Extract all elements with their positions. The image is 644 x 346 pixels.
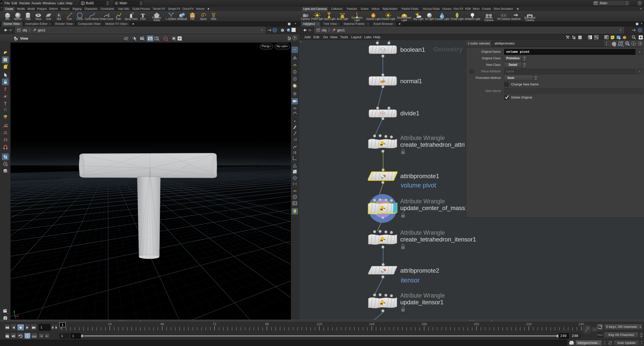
svg-text:120: 120: [317, 323, 322, 326]
svg-text:216: 216: [526, 323, 532, 326]
svg-text:attribpromote1: attribpromote1: [400, 173, 439, 179]
svg-text:create_tetrahedron_attri: create_tetrahedron_attri: [400, 141, 465, 148]
svg-text:Attribute Wrangle: Attribute Wrangle: [400, 229, 445, 236]
svg-text:boolean1: boolean1: [400, 46, 425, 53]
svg-text:divide1: divide1: [400, 110, 419, 117]
svg-text:Attribute Wrangle: Attribute Wrangle: [400, 198, 445, 205]
svg-text:Attribute Wrangle: Attribute Wrangle: [400, 135, 445, 141]
svg-text:.12: .12: [293, 138, 297, 141]
svg-text:x: x: [17, 313, 18, 316]
svg-text:update_center_of_mass1: update_center_of_mass1: [400, 205, 468, 211]
svg-text:192: 192: [474, 323, 479, 326]
svg-text:Attribute Wrangle: Attribute Wrangle: [400, 292, 445, 299]
svg-text:144: 144: [369, 323, 375, 326]
svg-text:create_tetrahedron_itensor1: create_tetrahedron_itensor1: [400, 236, 476, 243]
svg-text:z: z: [15, 316, 17, 319]
svg-text:normal1: normal1: [400, 78, 422, 84]
svg-text:96: 96: [265, 323, 269, 326]
svg-text:48: 48: [160, 323, 164, 326]
svg-text:volume pivot: volume pivot: [401, 182, 436, 189]
svg-text:attribpromote2: attribpromote2: [400, 267, 439, 274]
svg-text:update_itensor1: update_itensor1: [400, 299, 444, 306]
svg-text:24: 24: [108, 323, 111, 326]
svg-text:y: y: [14, 310, 15, 313]
svg-text:168: 168: [421, 323, 427, 326]
svg-text:Geometry: Geometry: [433, 46, 463, 53]
svg-text:72: 72: [213, 323, 216, 326]
svg-text:itensor: itensor: [401, 277, 420, 284]
svg-text:12: 12: [293, 151, 296, 154]
svg-text:240: 240: [579, 323, 584, 326]
